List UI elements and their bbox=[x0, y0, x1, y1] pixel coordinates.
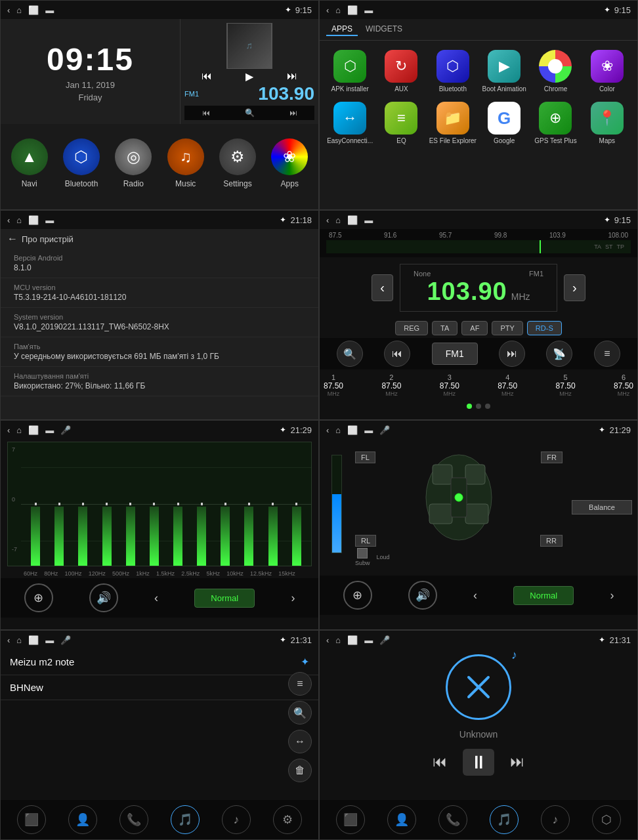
radio-next-button[interactable]: › bbox=[564, 274, 585, 301]
app-es-file[interactable]: 📁 ES File Explorer bbox=[428, 98, 478, 148]
eq-button[interactable]: ≡ bbox=[594, 341, 620, 367]
eq-next-mode-icon[interactable]: › bbox=[291, 591, 295, 605]
tab-widgets[interactable]: WIDGETS bbox=[360, 23, 408, 36]
app-eq[interactable]: ≡ EQ bbox=[376, 98, 426, 148]
radio-prev-icon[interactable]: ⏮ bbox=[202, 108, 210, 117]
radio-search-icon[interactable]: 🔍 bbox=[245, 108, 255, 117]
back-icon[interactable]: ‹ bbox=[326, 5, 329, 15]
menu-icon[interactable]: ▬ bbox=[45, 215, 54, 225]
bt-nav-settings[interactable]: ⚙ bbox=[273, 805, 302, 834]
app-gps[interactable]: ⊕ GPS Test Plus bbox=[530, 98, 580, 148]
play-pause-button[interactable]: ⏸ bbox=[463, 749, 494, 776]
bt-device-bhnew[interactable]: BHNew bbox=[1, 675, 318, 700]
bt-list-button[interactable]: ≡ bbox=[288, 672, 312, 696]
balance-mode-display[interactable]: Normal bbox=[513, 586, 574, 605]
radio-app[interactable]: ◎ Radio bbox=[115, 138, 152, 188]
eq-settings-button[interactable]: ⊕ bbox=[24, 583, 53, 612]
next-preset-button[interactable]: ⏭ bbox=[499, 341, 525, 367]
app-chrome[interactable]: Chrome bbox=[530, 46, 580, 96]
windows-icon[interactable]: ⬜ bbox=[28, 425, 39, 435]
balance-eq-button[interactable]: ⊕ bbox=[343, 581, 372, 610]
windows-icon[interactable]: ⬜ bbox=[28, 635, 39, 645]
radio-prev-button[interactable]: ‹ bbox=[372, 274, 393, 301]
navi-app[interactable]: ▲ Navi bbox=[11, 138, 48, 188]
back-arrow-icon[interactable]: ← bbox=[7, 233, 18, 245]
prev-preset-button[interactable]: ⏮ bbox=[384, 341, 410, 367]
tab-apps[interactable]: APPS bbox=[326, 23, 358, 36]
antenna-button[interactable]: 📡 bbox=[546, 341, 572, 367]
bt-search-button[interactable]: 🔍 bbox=[288, 701, 312, 724]
ta-button[interactable]: TA bbox=[432, 321, 457, 335]
prev-button[interactable]: ⏮ bbox=[433, 753, 447, 770]
windows-icon[interactable]: ⬜ bbox=[28, 5, 39, 15]
bluetooth-app[interactable]: ⬡ Bluetooth bbox=[63, 138, 100, 188]
preset-5[interactable]: 5 87.50 MHz bbox=[556, 373, 576, 397]
back-icon[interactable]: ‹ bbox=[326, 425, 329, 435]
bt-delete-button[interactable]: 🗑 bbox=[288, 759, 312, 782]
windows-icon[interactable]: ⬜ bbox=[347, 635, 358, 645]
apps-app[interactable]: ❀ Apps bbox=[271, 138, 308, 188]
menu-icon[interactable]: ▬ bbox=[45, 635, 54, 645]
btm-nav-apps[interactable]: ⬛ bbox=[336, 805, 365, 834]
preset-3[interactable]: 3 87.50 MHz bbox=[440, 373, 459, 397]
volume-button[interactable]: 🔊 bbox=[89, 583, 118, 612]
app-google[interactable]: G Google bbox=[479, 98, 529, 148]
eq-prev-mode-icon[interactable]: ‹ bbox=[154, 591, 158, 605]
pty-button[interactable]: PTY bbox=[492, 321, 522, 335]
back-icon[interactable]: ‹ bbox=[7, 5, 10, 15]
btm-nav-contacts[interactable]: 👤 bbox=[387, 805, 416, 834]
eq-mode-display[interactable]: Normal bbox=[194, 589, 255, 608]
home-icon[interactable]: ⌂ bbox=[335, 425, 341, 435]
prev-track-icon[interactable]: ⏮ bbox=[202, 70, 212, 82]
balance-next-icon[interactable]: › bbox=[610, 589, 614, 602]
preset-6[interactable]: 6 87.50 MHz bbox=[614, 373, 633, 397]
btm-nav-note[interactable]: ♪ bbox=[541, 805, 570, 834]
music-app[interactable]: ♫ Music bbox=[167, 138, 204, 188]
menu-icon[interactable]: ▬ bbox=[364, 635, 373, 645]
app-apk-installer[interactable]: ⬡ APK installer bbox=[325, 46, 375, 96]
settings-app[interactable]: ⚙ Settings bbox=[219, 138, 256, 188]
next-button[interactable]: ⏭ bbox=[510, 753, 524, 770]
windows-icon[interactable]: ⬜ bbox=[347, 215, 358, 225]
bt-nav-calls[interactable]: 📞 bbox=[119, 805, 148, 834]
windows-icon[interactable]: ⬜ bbox=[347, 5, 358, 15]
menu-icon[interactable]: ▬ bbox=[364, 425, 373, 435]
rds-button[interactable]: RD-S bbox=[527, 321, 562, 335]
radio-next-icon[interactable]: ⏭ bbox=[289, 108, 297, 117]
back-icon[interactable]: ‹ bbox=[7, 215, 10, 225]
app-easyconnect[interactable]: ↔ EasyConnecti... bbox=[325, 98, 375, 148]
app-maps[interactable]: 📍 Maps bbox=[582, 98, 632, 148]
app-bluetooth[interactable]: ⬡ Bluetooth bbox=[428, 46, 478, 96]
windows-icon[interactable]: ⬜ bbox=[347, 425, 358, 435]
balance-button[interactable]: Balance bbox=[572, 500, 632, 514]
bt-device-meizu[interactable]: Meizu m2 note ✦ bbox=[1, 649, 318, 675]
btm-nav-bt[interactable]: ⬡ bbox=[592, 805, 621, 834]
preset-1[interactable]: 1 87.50 MHz bbox=[324, 373, 343, 397]
preset-4[interactable]: 4 87.50 MHz bbox=[498, 373, 517, 397]
home-icon[interactable]: ⌂ bbox=[16, 635, 22, 645]
bt-nav-note[interactable]: ♪ bbox=[222, 805, 251, 834]
app-aux[interactable]: ↻ AUX bbox=[376, 46, 426, 96]
home-icon[interactable]: ⌂ bbox=[16, 215, 22, 225]
fm-button[interactable]: FM1 bbox=[432, 343, 478, 365]
menu-icon[interactable]: ▬ bbox=[364, 5, 373, 15]
home-icon[interactable]: ⌂ bbox=[16, 425, 22, 435]
menu-icon[interactable]: ▬ bbox=[45, 425, 54, 435]
back-icon[interactable]: ‹ bbox=[326, 215, 329, 225]
home-icon[interactable]: ⌂ bbox=[335, 635, 341, 645]
bt-connect-button[interactable]: ↔ bbox=[288, 730, 312, 753]
btm-nav-calls[interactable]: 📞 bbox=[438, 805, 467, 834]
preset-2[interactable]: 2 87.50 MHz bbox=[381, 373, 401, 397]
af-button[interactable]: AF bbox=[461, 321, 488, 335]
balance-prev-icon[interactable]: ‹ bbox=[473, 589, 477, 602]
app-boot-animation[interactable]: ▶ Boot Animation bbox=[479, 46, 529, 96]
search-button[interactable]: 🔍 bbox=[337, 341, 363, 367]
bt-nav-music[interactable]: 🎵 bbox=[171, 805, 200, 834]
next-track-icon[interactable]: ⏭ bbox=[287, 70, 297, 82]
bt-nav-contacts[interactable]: 👤 bbox=[68, 805, 97, 834]
btm-nav-music[interactable]: 🎵 bbox=[490, 805, 519, 834]
menu-icon[interactable]: ▬ bbox=[364, 215, 373, 225]
balance-vol-button[interactable]: 🔊 bbox=[408, 581, 437, 610]
back-icon[interactable]: ‹ bbox=[7, 635, 10, 645]
menu-icon[interactable]: ▬ bbox=[45, 5, 54, 15]
